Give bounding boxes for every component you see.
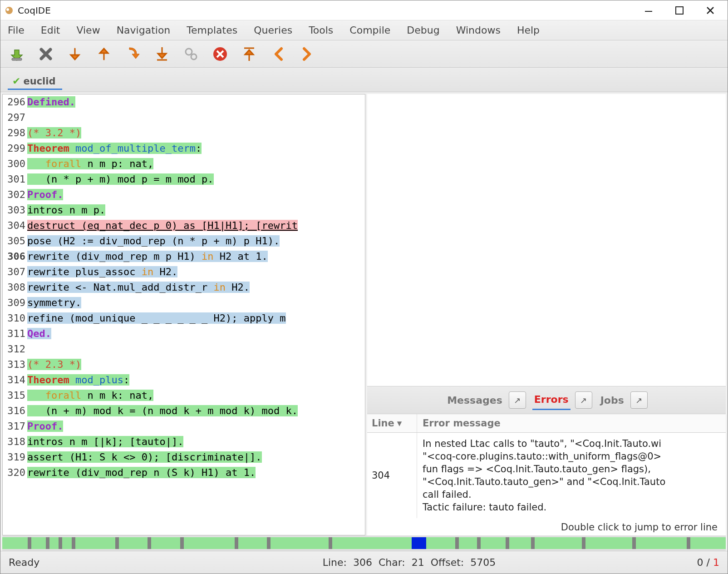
overview-segment[interactable]	[75, 537, 115, 549]
overview-segment[interactable]	[235, 537, 238, 549]
overview-segment[interactable]	[412, 537, 426, 549]
menu-help[interactable]: Help	[515, 23, 541, 38]
menu-compile[interactable]: Compile	[348, 23, 392, 38]
code-content[interactable]: rewrite (div_mod_rep n (S k) H1) at 1.	[27, 465, 365, 480]
code-content[interactable]: forall n m k: nat,	[27, 388, 365, 403]
code-content[interactable]: Proof.	[27, 187, 365, 203]
code-line[interactable]: 296Defined.	[3, 94, 365, 110]
menu-navigation[interactable]: Navigation	[115, 23, 172, 38]
code-line[interactable]: 310refine (mod_unique _ _ _ _ _ _ H2); a…	[3, 311, 365, 326]
overview-segment[interactable]	[148, 537, 151, 549]
overview-segment[interactable]	[31, 537, 46, 549]
next-icon[interactable]	[298, 45, 316, 63]
run-to-start-icon[interactable]	[240, 45, 258, 63]
popout-jobs-icon[interactable]: ↗	[630, 391, 648, 409]
code-line[interactable]: 320rewrite (div_mod_rep n (S k) H1) at 1…	[3, 465, 365, 480]
code-line[interactable]: 319assert (H1: S k <> 0); [discriminate|…	[3, 450, 365, 465]
tab-messages[interactable]: Messages	[445, 391, 504, 410]
code-line[interactable]: 303intros n m p.	[3, 203, 365, 218]
code-content[interactable]: Theorem mod_of_multiple_term:	[27, 141, 365, 156]
code-line[interactable]: 313(* 2.3 *)	[3, 357, 365, 372]
code-line[interactable]: 316 (n + m) mod k = (n mod k + m mod k) …	[3, 403, 365, 419]
overview-segment[interactable]	[632, 537, 636, 549]
code-content[interactable]: Proof.	[27, 419, 365, 434]
code-content[interactable]: symmetry.	[27, 295, 365, 311]
menu-edit[interactable]: Edit	[39, 23, 62, 38]
overview-segment[interactable]	[49, 537, 59, 549]
code-line[interactable]: 314Theorem mod_plus:	[3, 372, 365, 388]
error-header-line[interactable]: Line▾	[367, 414, 417, 432]
code-content[interactable]: assert (H1: S k <> 0); [discriminate|].	[27, 450, 365, 465]
code-content[interactable]: destruct (eq_nat_dec p 0) as [H1|H1]; [r…	[27, 218, 365, 233]
overview-segment[interactable]	[506, 537, 509, 549]
menu-debug[interactable]: Debug	[405, 23, 441, 38]
gears-icon[interactable]	[182, 45, 200, 63]
overview-segment[interactable]	[329, 537, 332, 549]
editor-pane[interactable]: 296Defined.297298(* 3.2 *)299Theorem mod…	[2, 94, 365, 535]
overview-segment[interactable]	[2, 537, 28, 549]
tab-euclid[interactable]: ✔ euclid	[8, 73, 62, 90]
code-content[interactable]: rewrite plus_assoc in H2.	[27, 264, 365, 280]
code-line[interactable]: 304destruct (eq_nat_dec p 0) as [H1|H1];…	[3, 218, 365, 233]
popout-errors-icon[interactable]: ↗	[575, 391, 592, 409]
overview-segment[interactable]	[72, 537, 75, 549]
overview-segment[interactable]	[180, 537, 184, 549]
close-file-icon[interactable]	[37, 45, 55, 63]
code-line[interactable]: 318intros n m [|k]; [tauto|].	[3, 434, 365, 450]
code-content[interactable]: intros n m [|k]; [tauto|].	[27, 434, 365, 450]
error-row[interactable]: 304 In nested Ltac calls to "tauto", "<C…	[367, 433, 726, 518]
menu-queries[interactable]: Queries	[252, 23, 294, 38]
forward-one-icon[interactable]	[66, 45, 84, 63]
overview-segment[interactable]	[238, 537, 267, 549]
overview-segment[interactable]	[267, 537, 271, 549]
overview-segment[interactable]	[332, 537, 412, 549]
menu-templates[interactable]: Templates	[185, 23, 239, 38]
overview-segment[interactable]	[582, 537, 585, 549]
code-content[interactable]: (n * p + m) mod p = m mod p.	[27, 172, 365, 187]
menu-tools[interactable]: Tools	[307, 23, 335, 38]
overview-segment[interactable]	[455, 537, 459, 549]
code-content[interactable]: forall n m p: nat,	[27, 156, 365, 172]
overview-segment[interactable]	[509, 537, 531, 549]
overview-segment[interactable]	[687, 537, 690, 549]
popout-messages-icon[interactable]: ↗	[509, 391, 526, 409]
goal-pane[interactable]	[367, 94, 726, 386]
overview-segment[interactable]	[535, 537, 582, 549]
code-line[interactable]: 317Proof.	[3, 419, 365, 434]
overview-segment[interactable]	[115, 537, 119, 549]
code-line[interactable]: 300 forall n m p: nat,	[3, 156, 365, 172]
code-content[interactable]	[27, 341, 365, 357]
overview-segment[interactable]	[531, 537, 535, 549]
code-line[interactable]: 306rewrite (div_mod_rep m p H1) in H2 at…	[3, 249, 365, 264]
code-content[interactable]: Theorem mod_plus:	[27, 372, 365, 388]
code-content[interactable]: refine (mod_unique _ _ _ _ _ _ H2); appl…	[27, 311, 365, 326]
code-content[interactable]: pose (H2 := div_mod_rep (n * p + m) p H1…	[27, 233, 365, 249]
code-content[interactable]: intros n m p.	[27, 203, 365, 218]
tab-jobs[interactable]: Jobs	[599, 391, 626, 410]
code-content[interactable]	[27, 110, 365, 125]
maximize-button[interactable]	[673, 4, 686, 17]
overview-segment[interactable]	[119, 537, 148, 549]
code-line[interactable]: 311Qed.	[3, 326, 365, 341]
overview-segment[interactable]	[151, 537, 180, 549]
menu-windows[interactable]: Windows	[454, 23, 502, 38]
code-line[interactable]: 301 (n * p + m) mod p = m mod p.	[3, 172, 365, 187]
overview-segment[interactable]	[585, 537, 633, 549]
overview-segment[interactable]	[28, 537, 31, 549]
overview-segment[interactable]	[690, 537, 726, 549]
overview-bar[interactable]	[2, 535, 726, 551]
code-content[interactable]: (* 2.3 *)	[27, 357, 365, 372]
run-to-end-icon[interactable]	[153, 45, 171, 63]
overview-segment[interactable]	[184, 537, 235, 549]
overview-segment[interactable]	[59, 537, 62, 549]
error-header-msg[interactable]: Error message	[417, 414, 726, 432]
overview-segment[interactable]	[636, 537, 687, 549]
stop-icon[interactable]	[211, 45, 229, 63]
code-line[interactable]: 315 forall n m k: nat,	[3, 388, 365, 403]
menu-view[interactable]: View	[74, 23, 102, 38]
code-content[interactable]: Qed.	[27, 326, 365, 341]
overview-segment[interactable]	[477, 537, 481, 549]
overview-segment[interactable]	[62, 537, 72, 549]
code-line[interactable]: 298(* 3.2 *)	[3, 125, 365, 141]
overview-segment[interactable]	[459, 537, 477, 549]
